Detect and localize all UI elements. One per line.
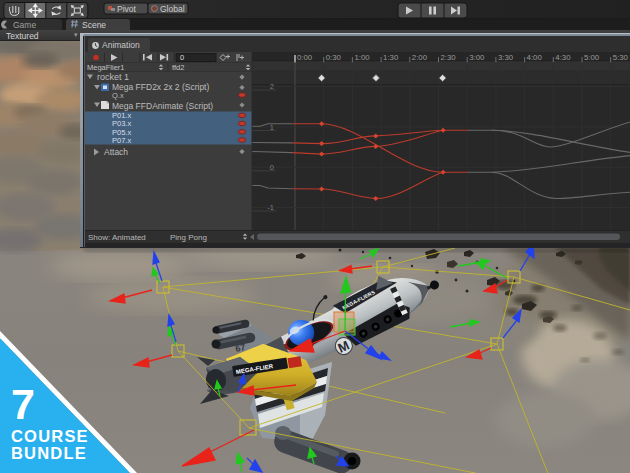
svg-text:7: 7 [11, 380, 35, 428]
svg-text:0:00: 0:00 [297, 53, 313, 62]
svg-text:ffd2: ffd2 [172, 63, 184, 72]
svg-text:COURSE: COURSE [11, 427, 89, 445]
svg-text:Q.x: Q.x [112, 91, 124, 100]
svg-text:3:30: 3:30 [498, 53, 514, 62]
svg-text:Ping Pong: Ping Pong [170, 233, 207, 242]
svg-text:Pivot: Pivot [117, 4, 137, 14]
svg-text:Show: Animated: Show: Animated [88, 233, 146, 242]
svg-text:P07.x: P07.x [112, 136, 131, 145]
svg-text:3:00: 3:00 [469, 53, 485, 62]
svg-text:Attach: Attach [104, 147, 128, 157]
svg-text:Mega FFDAnimate (Script): Mega FFDAnimate (Script) [112, 101, 213, 111]
svg-text:Mega FFD2x 2x 2 (Script): Mega FFD2x 2x 2 (Script) [112, 82, 209, 92]
svg-text:1:30: 1:30 [383, 53, 399, 62]
svg-text:BUNDLE: BUNDLE [11, 444, 87, 462]
svg-text:5:00: 5:00 [584, 53, 600, 62]
svg-text:2:30: 2:30 [441, 53, 457, 62]
svg-text:0:30: 0:30 [326, 53, 342, 62]
svg-text:4:30: 4:30 [555, 53, 571, 62]
svg-text:4:00: 4:00 [527, 53, 543, 62]
svg-text:rocket 1: rocket 1 [97, 72, 129, 82]
svg-text:Animation: Animation [102, 40, 140, 50]
svg-text:Game: Game [13, 20, 36, 30]
svg-text:5:30: 5:30 [613, 53, 629, 62]
svg-text:0: 0 [180, 53, 184, 62]
svg-text:2:00: 2:00 [412, 53, 428, 62]
svg-text:Scene: Scene [82, 20, 106, 30]
svg-text:MegaFlier1: MegaFlier1 [87, 63, 125, 72]
svg-text:Global: Global [160, 4, 185, 14]
svg-text:1:00: 1:00 [354, 53, 370, 62]
